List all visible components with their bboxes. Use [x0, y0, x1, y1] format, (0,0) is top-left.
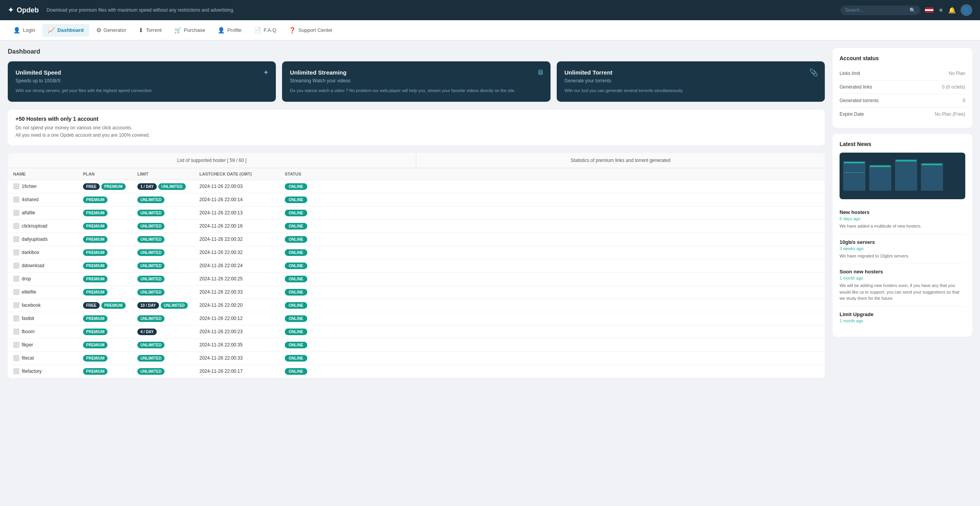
- speed-icon: ✦: [263, 68, 269, 77]
- news-item-time: 3 weeks ago: [840, 246, 965, 251]
- nav-purchase[interactable]: 🛒 Purchase: [169, 24, 211, 37]
- hoster-name: dailyuploads: [22, 236, 48, 242]
- flag-icon[interactable]: [925, 7, 933, 13]
- nav-faq[interactable]: 📄 F.A.Q: [249, 24, 282, 37]
- hoster-icon: [13, 183, 19, 190]
- limit-badge: Unlimited: [137, 249, 164, 256]
- search-box[interactable]: 🔍: [840, 5, 920, 15]
- login-icon: 👤: [13, 27, 21, 34]
- dashboard-icon: 📈: [48, 27, 55, 34]
- cell-lastcheck: 2024-11-26 22:00:25: [194, 273, 279, 285]
- hoster-icon: [13, 368, 19, 374]
- limit-badge: Unlimited: [137, 236, 164, 243]
- nav-profile[interactable]: 👤 Profile: [212, 24, 247, 37]
- speed-title: Unlimited Speed: [16, 69, 268, 76]
- nav-support[interactable]: ❓ Support Center: [283, 24, 338, 37]
- table-row: 1fichierFREEPREMIUM1 / dayUnlimited2024-…: [8, 180, 825, 193]
- search-icon: 🔍: [909, 7, 916, 13]
- status-badge: Online: [285, 289, 307, 296]
- bell-icon[interactable]: 🔔: [948, 7, 956, 14]
- cell-lastcheck: 2024-11-26 22:00:14: [194, 194, 279, 205]
- limit-badge: Unlimited: [137, 315, 164, 322]
- cell-plan: PREMIUM: [78, 193, 132, 206]
- cell-lastcheck: 2024-11-26 22:00:32: [194, 233, 279, 245]
- nav-dashboard[interactable]: 📈 Dashboard: [42, 24, 89, 37]
- news-image: [840, 153, 965, 199]
- svg-rect-8: [896, 160, 916, 162]
- status-badge: Online: [285, 276, 307, 282]
- nav-login-label: Login: [23, 27, 35, 33]
- search-input[interactable]: [845, 7, 907, 13]
- nav-generator[interactable]: ⚙ Generator: [91, 24, 132, 37]
- status-badge: Online: [285, 342, 307, 348]
- logo[interactable]: ✦ Opdeb: [8, 6, 39, 14]
- status-label: Generated links: [840, 84, 872, 90]
- status-badge: Online: [285, 210, 307, 216]
- nav-login[interactable]: 👤 Login: [8, 24, 41, 37]
- cell-plan: PREMIUM: [78, 325, 132, 338]
- hoster-name: clicknupload: [22, 223, 47, 229]
- limit-badge: Unlimited: [137, 355, 164, 362]
- table-header: List of supported hoster [ 59 / 60 ] Sta…: [8, 153, 825, 168]
- feature-card-speed: ✦ Unlimited Speed Speeds up to 10GB/S Wi…: [8, 61, 276, 102]
- sun-icon[interactable]: ☀: [938, 7, 944, 14]
- purchase-icon: 🛒: [174, 27, 182, 34]
- cell-lastcheck: 2024-11-26 22:00:33: [194, 352, 279, 364]
- news-item-title: Soon new hosters: [840, 269, 965, 275]
- limit-badge: Unlimited: [137, 368, 164, 375]
- speed-subtitle: Speeds up to 10GB/S: [16, 78, 268, 83]
- plan-badge: PREMIUM: [83, 249, 107, 256]
- news-item: Soon new hosters 1 month ago We will be …: [840, 264, 965, 307]
- plan-badge: FREE: [83, 302, 100, 309]
- hoster-icon: [13, 289, 19, 295]
- hoster-icon: [13, 302, 19, 308]
- hoster-name: filefactory: [22, 369, 42, 374]
- limit-badge: Unlimited: [137, 289, 164, 296]
- faq-icon: 📄: [254, 27, 261, 34]
- plan-badge: PREMIUM: [83, 315, 107, 322]
- table-row: darkiboxPREMIUMUnlimited2024-11-26 22:00…: [8, 246, 825, 259]
- news-item-time: 1 month ago: [840, 276, 965, 280]
- col-lastcheck: Lastcheck date (GMT): [194, 168, 279, 180]
- hoster-icon: [13, 263, 19, 269]
- news-item-desc: We will be adding new hosters soon, if y…: [840, 282, 965, 302]
- nav-generator-label: Generator: [104, 27, 126, 33]
- col-limit: Limit: [132, 168, 194, 180]
- cell-status: Online: [279, 220, 825, 233]
- plan-badge: PREMIUM: [83, 342, 107, 348]
- news-item-time: 1 month ago: [840, 318, 965, 323]
- hoster-icon: [13, 223, 19, 229]
- svg-rect-5: [844, 162, 864, 163]
- account-status-rows: Links limitNo PlanGenerated links0 (0 oc…: [840, 67, 965, 121]
- svg-rect-7: [870, 165, 890, 167]
- svg-rect-1: [843, 161, 866, 191]
- cell-status: Online: [279, 193, 825, 206]
- cell-lastcheck: 2024-11-26 22:00:20: [194, 299, 279, 311]
- limit-badge: 10 / day: [137, 302, 159, 309]
- cell-status: Online: [279, 246, 825, 259]
- speed-desc: With our strong servers, get your files …: [16, 87, 268, 94]
- table-section: List of supported hoster [ 59 / 60 ] Sta…: [8, 153, 825, 378]
- cell-name: fboom: [8, 325, 78, 338]
- svg-rect-4: [921, 163, 943, 191]
- svg-rect-2: [869, 165, 891, 191]
- table-row: dropPREMIUMUnlimited2024-11-26 22:00:25O…: [8, 273, 825, 286]
- hoster-name: drop: [22, 276, 31, 282]
- cell-status: Online: [279, 207, 825, 219]
- cell-plan: PREMIUM: [78, 312, 132, 325]
- torrent-icon: ⬇: [139, 27, 144, 34]
- plan-badge: PREMIUM: [83, 236, 107, 243]
- nav-torrent[interactable]: ⬇ Torrent: [133, 24, 167, 37]
- status-value: 0: [963, 98, 965, 103]
- hoster-icon: [13, 355, 19, 361]
- table-row: facebookFREEPREMIUM10 / dayUnlimited2024…: [8, 299, 825, 312]
- table-body: 1fichierFREEPREMIUM1 / dayUnlimited2024-…: [8, 180, 825, 378]
- account-status-title: Account status: [840, 55, 965, 61]
- plan-badge: FREE: [83, 183, 100, 190]
- latest-news: Latest News New hosters 6 days ago We h: [833, 134, 972, 337]
- avatar[interactable]: 👤: [961, 4, 972, 16]
- cell-name: alfafile: [8, 207, 78, 219]
- torrent-title: Unlimited Torrent: [564, 69, 817, 76]
- cell-lastcheck: 2024-11-26 22:00:23: [194, 326, 279, 337]
- nav-faq-label: F.A.Q: [264, 27, 277, 33]
